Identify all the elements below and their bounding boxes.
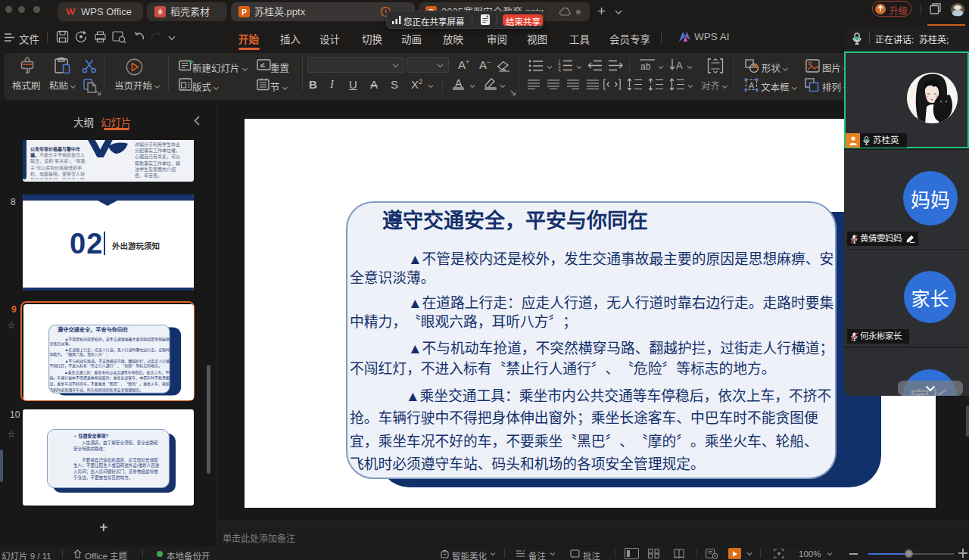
svg-text:ab: ab xyxy=(640,61,651,72)
svg-text:P: P xyxy=(241,8,247,17)
svg-text:3: 3 xyxy=(558,68,561,73)
svg-text:A: A xyxy=(749,81,755,90)
svg-text:A: A xyxy=(676,60,683,71)
